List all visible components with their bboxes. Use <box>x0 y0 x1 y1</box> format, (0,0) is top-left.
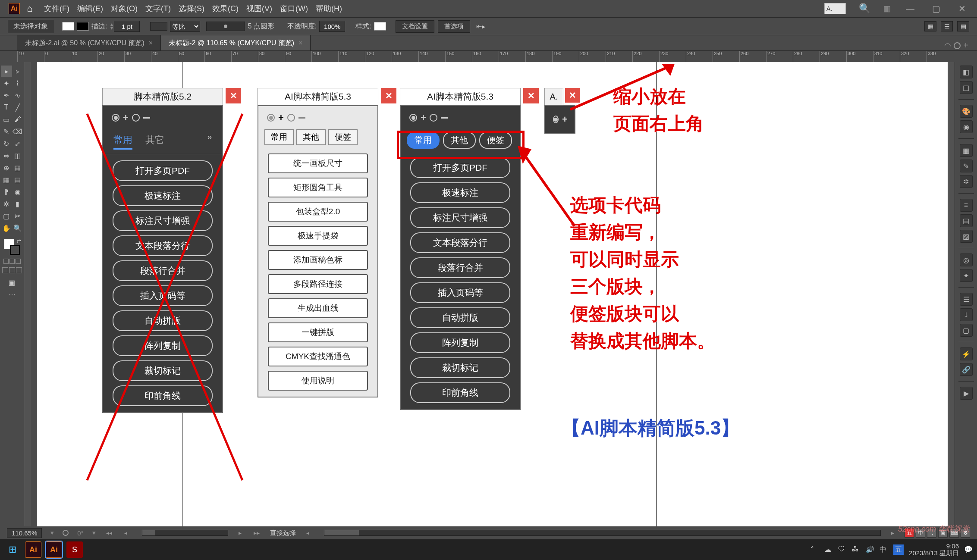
artboards-panel-icon[interactable]: ▢ <box>960 324 973 337</box>
tray-ime-icon[interactable]: 中 <box>880 545 888 554</box>
taskbar-app-icon[interactable]: S <box>66 541 83 558</box>
script-button[interactable]: 包装盒型2.0 <box>268 202 368 222</box>
tray-up-icon[interactable]: ˄ <box>811 545 819 554</box>
direct-selection-tool-icon[interactable]: ▹ <box>12 66 23 77</box>
tab-notes[interactable]: 便签 <box>479 132 512 149</box>
stroke-weight-field[interactable] <box>114 21 140 32</box>
tab-close-icon[interactable]: × <box>149 39 153 47</box>
zoom-level[interactable]: 110.65% <box>7 528 42 538</box>
color-panel-icon[interactable]: 🎨 <box>960 105 973 118</box>
tab-other[interactable]: 其它 <box>145 132 164 150</box>
script-button[interactable]: 极速手提袋 <box>268 226 368 246</box>
appearance-panel-icon[interactable]: ◎ <box>960 253 973 266</box>
shaper-tool-icon[interactable]: ✎ <box>1 126 12 137</box>
artboard-prev-icon[interactable]: ◂ <box>123 529 129 536</box>
window-minimize-button[interactable]: — <box>904 4 917 14</box>
tab-other[interactable]: 其他 <box>443 132 476 149</box>
swatches-panel-icon[interactable]: ▦ <box>960 144 973 157</box>
stroke-panel-icon[interactable]: ≡ <box>960 199 973 212</box>
artboard-tool-icon[interactable]: ▢ <box>1 210 12 222</box>
symbols-panel-icon[interactable]: ✲ <box>960 175 973 188</box>
taskbar-ai-icon[interactable]: Ai <box>25 541 41 558</box>
radio-icon[interactable] <box>430 114 437 122</box>
links-panel-icon[interactable]: 🔗 <box>960 363 973 376</box>
layers-panel-icon[interactable]: ☰ <box>960 293 973 306</box>
radio-icon[interactable] <box>553 116 559 123</box>
rotate-view-icon[interactable] <box>63 530 69 536</box>
script-button[interactable]: 打开多页PDF <box>410 157 510 178</box>
script-button[interactable]: 标注尺寸增强 <box>410 207 510 228</box>
script-button[interactable]: 阵列复制 <box>113 335 213 356</box>
artboard-prev-icon[interactable]: ◂◂ <box>104 529 114 536</box>
script-button[interactable]: 印前角线 <box>410 382 510 403</box>
artboard-nav-scroll[interactable] <box>142 530 228 536</box>
shape-builder-tool-icon[interactable]: ⊕ <box>1 162 12 173</box>
opacity-field[interactable] <box>319 21 345 32</box>
tab-common[interactable]: 常用 <box>113 132 132 150</box>
panel-icon-1[interactable]: ▦ <box>924 21 936 31</box>
script-button[interactable]: 统一画板尺寸 <box>268 153 368 173</box>
notifications-icon[interactable]: 💬 <box>964 545 973 554</box>
script-button[interactable]: 印前角线 <box>113 385 213 406</box>
script-button[interactable]: 一键拼版 <box>268 322 368 342</box>
color-guide-panel-icon[interactable]: ◉ <box>960 120 973 133</box>
line-tool-icon[interactable]: ╱ <box>12 102 23 113</box>
tray-volume-icon[interactable]: 🔊 <box>866 545 874 554</box>
panel-icon-3[interactable]: ▤ <box>957 21 969 31</box>
curvature-tool-icon[interactable]: ∿ <box>12 90 23 101</box>
tray-network-icon[interactable]: 🖧 <box>852 545 861 554</box>
align-icon[interactable]: ⇤▸ <box>476 22 485 31</box>
blend-tool-icon[interactable]: ◉ <box>12 186 23 197</box>
document-tab[interactable]: 未标题-2.ai @ 50 % (CMYK/CPU 预览)× <box>17 35 161 50</box>
width-tool-icon[interactable]: ⇔ <box>1 150 12 161</box>
draw-mode-row[interactable] <box>2 267 22 273</box>
transparency-panel-icon[interactable]: ▨ <box>960 230 973 243</box>
document-tab[interactable]: 未标题-2 @ 110.65 % (CMYK/CPU 预览)× <box>161 35 311 50</box>
mesh-tool-icon[interactable]: ▦ <box>1 174 12 185</box>
graphic-styles-panel-icon[interactable]: ✦ <box>960 269 973 282</box>
artboard-next-icon[interactable]: ▸▸ <box>252 529 261 536</box>
paintbrush-tool-icon[interactable]: 🖌 <box>12 114 23 125</box>
script-button[interactable]: 极速标注 <box>410 182 510 203</box>
selection-tool-icon[interactable]: ▸ <box>1 66 12 77</box>
radio-icon[interactable] <box>267 114 275 122</box>
tray-ime-badge-icon[interactable]: 五 <box>893 544 904 555</box>
window-close-button[interactable]: ✕ <box>955 3 968 14</box>
brushes-panel-icon[interactable]: ✎ <box>960 160 973 172</box>
radio-icon[interactable] <box>409 114 417 122</box>
script-button[interactable]: 多段路径连接 <box>268 274 368 294</box>
script-button[interactable]: 段落行合并 <box>113 260 213 281</box>
screen-mode-icon[interactable]: ▣ <box>6 277 18 288</box>
search-icon[interactable]: 🔍 <box>859 3 870 14</box>
window-maximize-button[interactable]: ▢ <box>930 3 942 14</box>
type-tool-icon[interactable]: T <box>1 102 12 113</box>
column-graph-tool-icon[interactable]: ▮ <box>12 198 23 210</box>
tab-other[interactable]: 其他 <box>296 129 326 145</box>
ring-icon[interactable] <box>954 42 961 49</box>
script-button[interactable]: 添加画稿色标 <box>268 250 368 270</box>
menu-window[interactable]: 窗口(W) <box>280 3 308 14</box>
graphic-style-swatch[interactable] <box>374 22 386 31</box>
panel-close-button[interactable]: ✕ <box>226 88 241 103</box>
panel-close-button[interactable]: ✕ <box>381 88 396 103</box>
taskbar-clock[interactable]: 9:06 2023/8/13 星期日 <box>909 543 959 557</box>
menu-view[interactable]: 视图(V) <box>246 3 272 14</box>
script-button[interactable]: 阵列复制 <box>410 332 510 353</box>
rectangle-tool-icon[interactable]: ▭ <box>1 114 12 125</box>
play-icon[interactable]: ▶ <box>960 387 973 400</box>
script-button[interactable]: 自动拼版 <box>410 307 510 328</box>
eraser-tool-icon[interactable]: ⌫ <box>12 126 23 137</box>
radio-icon[interactable] <box>132 114 140 122</box>
hand-tool-icon[interactable]: ✋ <box>1 222 12 234</box>
tab-notes[interactable]: 便签 <box>328 129 358 145</box>
script-button[interactable]: 极速标注 <box>113 185 213 206</box>
home-icon[interactable]: ⌂ <box>24 3 35 14</box>
actions-panel-icon[interactable]: ⚡ <box>960 347 973 360</box>
menu-help[interactable]: 帮助(H) <box>316 3 342 14</box>
libraries-panel-icon[interactable]: ◫ <box>960 81 973 94</box>
script-button[interactable]: 文本段落分行 <box>113 235 213 256</box>
preferences-button[interactable]: 首选项 <box>438 20 470 33</box>
horizontal-scrollbar[interactable] <box>324 530 881 536</box>
add-doc-icon[interactable]: + <box>963 41 968 50</box>
cloud-doc-icon[interactable]: ◠ <box>944 41 951 50</box>
